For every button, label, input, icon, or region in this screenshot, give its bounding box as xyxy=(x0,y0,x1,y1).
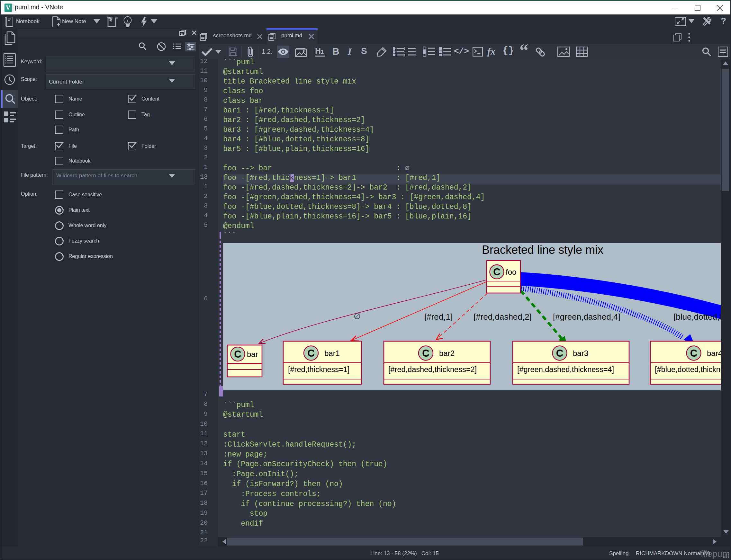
svg-text:[#red,dashed,thickness=2]: [#red,dashed,thickness=2] xyxy=(388,365,477,374)
svg-text:C: C xyxy=(307,348,314,359)
svg-text:C: C xyxy=(234,349,241,360)
svg-text:bar: bar xyxy=(247,350,258,359)
svg-text:C: C xyxy=(690,348,697,359)
svg-text:bar4: bar4 xyxy=(707,349,721,358)
svg-text:[#green,dashed,thickness=4]: [#green,dashed,thickness=4] xyxy=(517,365,614,374)
svg-text:[blue,dotted,8]: [blue,dotted,8] xyxy=(673,312,721,322)
svg-text:C: C xyxy=(556,348,563,359)
svg-text:[#red,1]: [#red,1] xyxy=(424,312,453,322)
svg-text:[#blue,dotted,thickne: [#blue,dotted,thickne xyxy=(655,365,721,374)
svg-text:V: V xyxy=(6,4,11,11)
svg-text:∅: ∅ xyxy=(353,312,361,321)
svg-text:Bracketed line style mix: Bracketed line style mix xyxy=(482,243,603,256)
svg-text:[#green,dashed,4]: [#green,dashed,4] xyxy=(553,312,620,322)
svg-text:[#red,thickness=1]: [#red,thickness=1] xyxy=(288,365,349,374)
svg-text:3: 3 xyxy=(404,54,406,57)
svg-text:foo: foo xyxy=(506,268,516,276)
svg-text:[#red,dashed,2]: [#red,dashed,2] xyxy=(474,312,532,322)
svg-text:bar2: bar2 xyxy=(439,349,455,358)
svg-text:bar3: bar3 xyxy=(573,349,588,358)
svg-text:C: C xyxy=(422,348,429,359)
svg-text:C: C xyxy=(493,266,500,278)
svg-text:bar1: bar1 xyxy=(324,349,340,358)
